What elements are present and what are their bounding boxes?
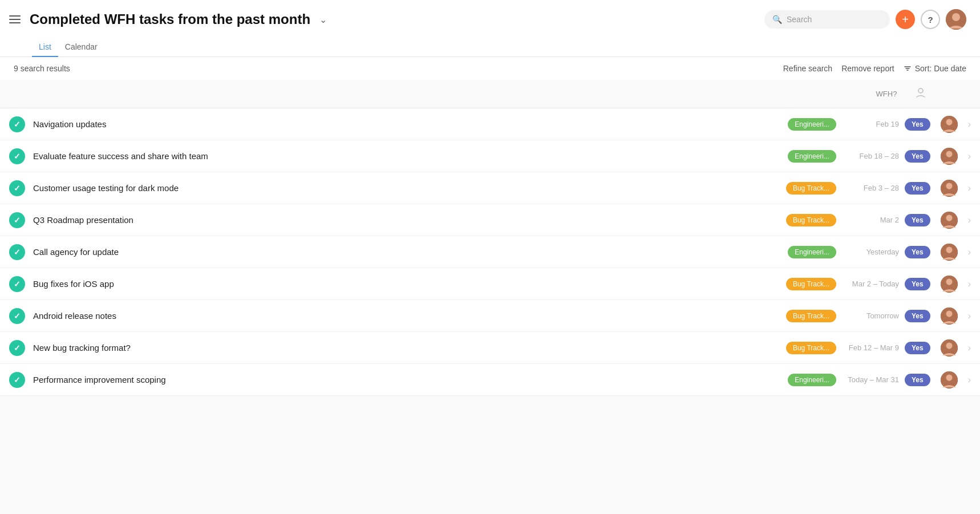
task-date: Mar 2 – Today <box>842 280 899 288</box>
chevron-right-icon: › <box>968 279 971 289</box>
task-check-icon: ✓ <box>9 340 25 356</box>
search-icon: 🔍 <box>772 15 782 24</box>
task-check-icon: ✓ <box>9 180 25 196</box>
task-name: Android release notes <box>33 311 786 321</box>
tab-list[interactable]: List <box>32 38 58 57</box>
task-check-icon: ✓ <box>9 372 25 388</box>
title-dropdown-icon[interactable]: ⌄ <box>319 14 327 25</box>
task-meta: Bug Track... Tomorrow Yes › <box>786 307 971 325</box>
chevron-right-icon: › <box>968 183 971 193</box>
task-row[interactable]: ✓ Android release notes Bug Track... Tom… <box>0 300 980 332</box>
task-avatar <box>941 148 958 165</box>
table-header-row: WFH? <box>0 80 980 108</box>
task-avatar <box>941 339 958 357</box>
task-meta: Engineeri... Feb 19 Yes › <box>788 116 971 133</box>
task-name: Call agency for update <box>33 247 788 257</box>
chevron-right-icon: › <box>968 311 971 321</box>
toolbar-actions: Refine search Remove report Sort: Due da… <box>783 64 966 73</box>
task-list: ✓ Navigation updates Engineeri... Feb 19… <box>0 108 980 396</box>
task-name: New bug tracking format? <box>33 343 786 353</box>
task-date: Today – Mar 31 <box>842 375 899 384</box>
search-bar[interactable]: 🔍 Search <box>764 10 890 29</box>
col-person-header <box>909 87 932 101</box>
task-avatar <box>941 371 958 388</box>
task-name: Q3 Roadmap presentation <box>33 215 786 225</box>
page-title: Completed WFH tasks from the past month <box>30 11 310 27</box>
task-meta: Bug Track... Feb 12 – Mar 9 Yes › <box>786 339 971 357</box>
task-check-icon: ✓ <box>9 308 25 324</box>
task-date: Mar 2 <box>842 216 899 224</box>
chevron-right-icon: › <box>968 151 971 161</box>
header-right: 🔍 Search + ? <box>764 9 966 30</box>
task-check-icon: ✓ <box>9 244 25 260</box>
task-row[interactable]: ✓ Performance improvement scoping Engine… <box>0 364 980 396</box>
task-date: Feb 18 – 28 <box>842 152 899 160</box>
task-meta: Engineeri... Today – Mar 31 Yes › <box>788 371 971 388</box>
wfh-badge: Yes <box>905 150 930 163</box>
chevron-right-icon: › <box>968 215 971 225</box>
svg-point-16 <box>946 310 952 317</box>
results-count: 9 search results <box>14 64 70 73</box>
avatar-image <box>946 9 966 30</box>
task-name: Performance improvement scoping <box>33 375 788 385</box>
avatar[interactable] <box>946 9 966 30</box>
help-button[interactable]: ? <box>921 10 940 29</box>
refine-search-button[interactable]: Refine search <box>783 64 832 73</box>
task-name: Customer usage testing for dark mode <box>33 183 786 193</box>
task-tag: Engineeri... <box>788 374 836 386</box>
app-container: Completed WFH tasks from the past month … <box>0 0 980 514</box>
wfh-badge: Yes <box>905 246 930 258</box>
task-tag: Bug Track... <box>786 342 836 354</box>
task-row[interactable]: ✓ Navigation updates Engineeri... Feb 19… <box>0 108 980 140</box>
task-check-icon: ✓ <box>9 276 25 292</box>
chevron-right-icon: › <box>968 247 971 257</box>
task-name: Navigation updates <box>33 119 788 129</box>
wfh-badge: Yes <box>905 342 930 354</box>
task-avatar <box>941 180 958 197</box>
menu-icon[interactable] <box>9 13 23 26</box>
sort-button[interactable]: Sort: Due date <box>904 64 966 73</box>
task-row[interactable]: ✓ Customer usage testing for dark mode B… <box>0 172 980 204</box>
table-container: WFH? ✓ Navigation updates Engineeri... F… <box>0 80 980 514</box>
task-check-icon: ✓ <box>9 116 25 132</box>
toolbar: 9 search results Refine search Remove re… <box>0 57 980 80</box>
svg-point-4 <box>946 119 952 125</box>
wfh-badge: Yes <box>905 310 930 322</box>
task-tag: Bug Track... <box>786 182 836 195</box>
task-avatar <box>941 116 958 133</box>
svg-point-10 <box>946 214 952 221</box>
task-row[interactable]: ✓ Bug fixes for iOS app Bug Track... Mar… <box>0 268 980 300</box>
wfh-badge: Yes <box>905 182 930 195</box>
chevron-right-icon: › <box>968 119 971 129</box>
add-button[interactable]: + <box>896 10 915 29</box>
task-tag: Engineeri... <box>788 118 836 131</box>
task-row[interactable]: ✓ Evaluate feature success and share wit… <box>0 140 980 172</box>
task-row[interactable]: ✓ New bug tracking format? Bug Track... … <box>0 332 980 364</box>
header: Completed WFH tasks from the past month … <box>0 0 980 30</box>
task-tag: Bug Track... <box>786 310 836 322</box>
task-row[interactable]: ✓ Q3 Roadmap presentation Bug Track... M… <box>0 204 980 236</box>
task-avatar <box>941 244 958 261</box>
tab-calendar[interactable]: Calendar <box>58 38 104 57</box>
tabs: List Calendar <box>0 33 980 57</box>
svg-point-1 <box>952 13 960 21</box>
task-meta: Engineeri... Feb 18 – 28 Yes › <box>788 148 971 165</box>
wfh-badge: Yes <box>905 118 930 131</box>
task-avatar <box>941 212 958 229</box>
col-wfh-header: WFH? <box>864 90 909 98</box>
task-row[interactable]: ✓ Call agency for update Engineeri... Ye… <box>0 236 980 268</box>
header-left: Completed WFH tasks from the past month … <box>9 11 327 27</box>
sort-icon <box>904 64 912 72</box>
task-date: Tomorrow <box>842 311 899 320</box>
svg-point-14 <box>946 278 952 285</box>
task-meta: Bug Track... Mar 2 Yes › <box>786 212 971 229</box>
chevron-right-icon: › <box>968 343 971 353</box>
sort-label: Sort: Due date <box>915 64 966 73</box>
svg-point-2 <box>918 88 923 93</box>
task-tag: Bug Track... <box>786 278 836 290</box>
wfh-badge: Yes <box>905 214 930 226</box>
remove-report-button[interactable]: Remove report <box>841 64 894 73</box>
search-placeholder: Search <box>787 15 812 24</box>
task-meta: Bug Track... Feb 3 – 28 Yes › <box>786 180 971 197</box>
chevron-right-icon: › <box>968 375 971 385</box>
